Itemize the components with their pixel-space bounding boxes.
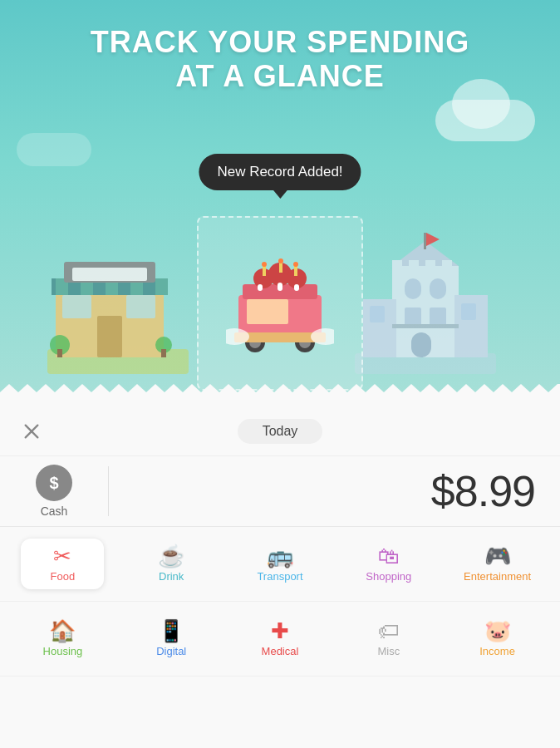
- shopping-icon: 🛍: [378, 545, 400, 567]
- svg-rect-25: [263, 266, 266, 276]
- svg-point-28: [262, 262, 267, 267]
- svg-rect-23: [278, 283, 282, 291]
- digital-icon: 📱: [158, 620, 184, 642]
- category-row-2: 🏠 Housing 📱 Digital ✚ Medical 🏷 Misc 🐷 I…: [0, 602, 560, 677]
- svg-rect-47: [411, 332, 431, 357]
- svg-rect-45: [405, 308, 421, 326]
- category-digital[interactable]: 📱 Digital: [130, 613, 213, 664]
- payment-method-button[interactable]: $ Cash: [0, 465, 108, 518]
- notification-tooltip: New Record Added!: [199, 154, 361, 190]
- date-selector[interactable]: Today: [238, 419, 323, 444]
- hero-title: TRACK YOUR SPENDING AT A GLANCE: [0, 25, 560, 94]
- svg-rect-31: [247, 299, 288, 324]
- entertainment-icon: 🎮: [484, 545, 511, 567]
- category-transport[interactable]: 🚌 Transport: [238, 539, 322, 589]
- scene-area: [0, 208, 560, 391]
- left-building: [39, 233, 214, 391]
- top-hero-section: TRACK YOUR SPENDING AT A GLANCE New Reco…: [0, 0, 560, 407]
- drink-label: Drink: [159, 570, 184, 583]
- category-row-1: ✂ Food ☕ Drink 🚌 Transport 🛍 Shopping 🎮 …: [0, 527, 560, 602]
- category-housing[interactable]: 🏠 Housing: [21, 613, 104, 664]
- drink-icon: ☕: [158, 545, 184, 567]
- entry-topbar: Today: [0, 407, 560, 456]
- housing-label: Housing: [43, 645, 83, 657]
- close-button[interactable]: [17, 416, 47, 446]
- income-label: Income: [479, 645, 515, 657]
- misc-label: Misc: [377, 645, 400, 657]
- cash-icon: $: [36, 465, 72, 501]
- housing-icon: 🏠: [49, 620, 76, 642]
- svg-rect-55: [409, 260, 419, 268]
- svg-rect-43: [405, 278, 421, 299]
- misc-icon: 🏷: [378, 620, 400, 642]
- category-shopping[interactable]: 🛍 Shopping: [347, 539, 430, 589]
- entertainment-label: Entertainment: [464, 570, 531, 583]
- digital-label: Digital: [156, 645, 186, 657]
- bottom-panel: Today $ Cash $8.99 ✂ Food ☕ Drink 🚌 Tran…: [0, 407, 560, 748]
- svg-rect-56: [425, 260, 435, 268]
- category-section: ✂ Food ☕ Drink 🚌 Transport 🛍 Shopping 🎮 …: [0, 527, 560, 677]
- medical-label: Medical: [262, 645, 299, 657]
- category-food[interactable]: ✂ Food: [21, 539, 104, 589]
- svg-rect-49: [424, 233, 426, 249]
- svg-rect-9: [62, 295, 91, 318]
- svg-rect-26: [279, 263, 282, 273]
- hero-title-area: TRACK YOUR SPENDING AT A GLANCE: [0, 0, 560, 94]
- cloud-decoration-2: [17, 133, 91, 166]
- transport-icon: 🚌: [267, 545, 293, 567]
- medical-icon: ✚: [271, 620, 289, 642]
- svg-rect-8: [97, 316, 122, 357]
- svg-rect-44: [430, 278, 446, 299]
- category-income[interactable]: 🐷 Income: [456, 613, 539, 664]
- center-building-active[interactable]: [197, 216, 363, 391]
- svg-rect-24: [294, 284, 299, 291]
- amount-display: $8.99: [109, 466, 560, 516]
- svg-rect-16: [161, 349, 166, 357]
- svg-rect-10: [126, 295, 155, 318]
- food-label: Food: [51, 570, 76, 583]
- transport-label: Transport: [257, 570, 302, 583]
- svg-rect-53: [461, 303, 476, 320]
- food-icon: ✂: [53, 545, 71, 567]
- svg-point-30: [293, 262, 298, 267]
- svg-rect-12: [72, 268, 147, 281]
- svg-rect-46: [430, 308, 446, 326]
- svg-rect-15: [57, 349, 62, 357]
- income-icon: 🐷: [484, 620, 511, 642]
- svg-rect-54: [392, 260, 402, 268]
- cloud-decoration: [435, 100, 535, 141]
- svg-rect-22: [258, 284, 263, 291]
- category-entertainment[interactable]: 🎮 Entertainment: [456, 539, 539, 589]
- shopping-label: Shopping: [366, 570, 411, 583]
- svg-rect-57: [442, 260, 452, 268]
- category-misc[interactable]: 🏷 Misc: [347, 613, 430, 664]
- right-building: [346, 233, 521, 391]
- payment-method-label: Cash: [41, 504, 68, 518]
- svg-point-29: [278, 258, 283, 263]
- amount-row: $ Cash $8.99: [0, 456, 560, 527]
- svg-rect-27: [294, 266, 297, 276]
- svg-marker-50: [426, 233, 440, 246]
- svg-rect-52: [370, 306, 385, 322]
- svg-rect-7: [155, 278, 168, 295]
- jagged-edge: [0, 384, 560, 407]
- category-medical[interactable]: ✚ Medical: [238, 613, 322, 664]
- category-drink[interactable]: ☕ Drink: [130, 539, 213, 589]
- svg-rect-51: [392, 324, 459, 328]
